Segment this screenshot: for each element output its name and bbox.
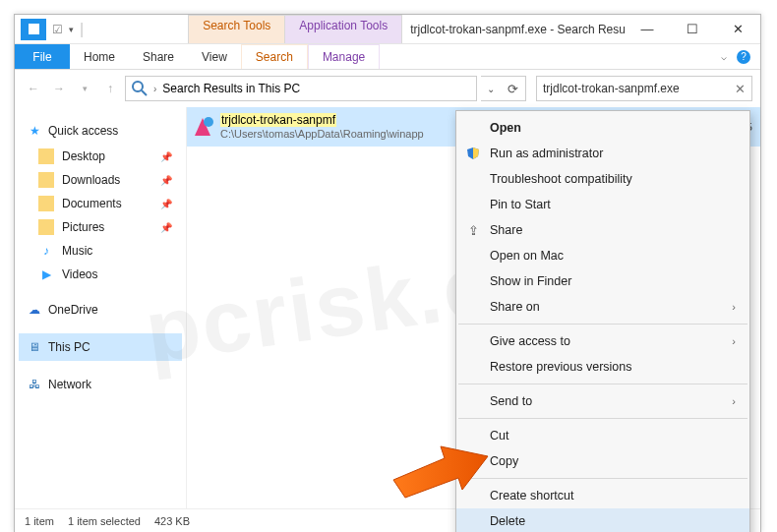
forward-button[interactable]: →	[48, 78, 70, 99]
separator	[458, 418, 747, 419]
sidebar-item-label: Videos	[62, 267, 97, 281]
sidebar-item-downloads[interactable]: Downloads📌	[19, 168, 182, 192]
ctx-share-on[interactable]: Share on›	[456, 294, 749, 320]
up-button[interactable]: ↑	[99, 78, 121, 99]
status-item-count: 1 item	[25, 515, 54, 527]
contextual-tab-search-tools[interactable]: Search Tools	[188, 15, 285, 43]
close-button[interactable]: ✕	[715, 15, 760, 43]
ctx-give-access-to[interactable]: Give access to›	[456, 328, 749, 354]
status-selected: 1 item selected	[68, 515, 141, 527]
file-type-icon	[187, 114, 220, 140]
folder-icon	[38, 172, 54, 188]
file-tab[interactable]: File	[15, 44, 70, 69]
ctx-run-as-administrator[interactable]: Run as administrator	[456, 141, 749, 166]
result-path: C:\Users\tomas\AppData\Roaming\winapp	[220, 128, 424, 142]
ctx-copy[interactable]: Copy	[456, 448, 749, 474]
sidebar-item-videos[interactable]: ▶Videos	[19, 263, 182, 286]
annotation-arrow-icon	[386, 433, 494, 502]
sidebar-item-label: This PC	[48, 340, 90, 354]
ribbon-expand-icon[interactable]: ⌵	[721, 51, 727, 62]
star-icon: ★	[27, 123, 42, 139]
ctx-restore-previous-versions[interactable]: Restore previous versions	[456, 354, 749, 380]
share-icon: ⇪	[464, 223, 482, 238]
separator	[458, 478, 747, 479]
recent-locations-button[interactable]: ▾	[74, 78, 95, 99]
ctx-share[interactable]: ⇪Share	[456, 217, 749, 243]
qat-divider: |	[80, 21, 84, 38]
context-menu: Open Run as administrator Troubleshoot c…	[455, 110, 750, 532]
chevron-right-icon: ›	[732, 301, 736, 313]
sidebar-network[interactable]: 🖧Network	[19, 371, 182, 398]
view-tab[interactable]: View	[188, 44, 241, 69]
sidebar-item-label: Downloads	[62, 173, 120, 187]
sidebar-item-desktop[interactable]: Desktop📌	[19, 145, 182, 168]
chevron-right-icon: ›	[153, 84, 156, 94]
ctx-cut[interactable]: Cut	[456, 423, 749, 448]
ctx-troubleshoot-compatibility[interactable]: Troubleshoot compatibility	[456, 166, 749, 192]
app-icon	[21, 19, 46, 40]
svg-marker-6	[393, 446, 488, 498]
pin-icon: 📌	[160, 222, 172, 233]
svg-line-1	[142, 90, 147, 95]
sidebar-onedrive[interactable]: ☁OneDrive	[19, 296, 182, 324]
ctx-show-in-finder[interactable]: Show in Finder	[456, 268, 749, 294]
home-tab[interactable]: Home	[70, 44, 129, 69]
shield-icon	[464, 147, 482, 160]
svg-marker-5	[473, 148, 479, 159]
sidebar-item-label: Network	[48, 378, 91, 391]
video-icon: ▶	[38, 266, 54, 282]
sidebar-item-label: Music	[62, 244, 92, 258]
chevron-right-icon: ›	[732, 395, 736, 407]
sidebar-item-label: Documents	[62, 197, 122, 210]
ctx-delete[interactable]: Delete	[456, 508, 749, 532]
pc-icon: 🖥	[27, 339, 42, 355]
share-tab[interactable]: Share	[129, 44, 188, 69]
refresh-button[interactable]: ⟳	[501, 76, 526, 101]
address-dropdown-button[interactable]: ⌄	[481, 76, 501, 101]
sidebar-item-music[interactable]: ♪Music	[19, 239, 182, 263]
ctx-open[interactable]: Open	[456, 115, 749, 141]
quick-access-label: Quick access	[48, 124, 118, 138]
ctx-open-on-mac[interactable]: Open on Mac	[456, 243, 749, 268]
music-icon: ♪	[38, 243, 54, 259]
navigation-pane: ★Quick access Desktop📌 Downloads📌 Docume…	[15, 107, 187, 508]
address-bar[interactable]: › Search Results in This PC	[125, 76, 477, 101]
separator	[458, 384, 747, 384]
result-filename: trjdlcot-trokan-sanpmf	[220, 113, 336, 127]
contextual-tab-application-tools[interactable]: Application Tools	[284, 15, 402, 43]
folder-icon	[38, 219, 54, 235]
quick-access-group[interactable]: ★Quick access	[19, 117, 182, 145]
qat-dropdown-icon[interactable]: ▾	[69, 25, 74, 34]
breadcrumb-text[interactable]: Search Results in This PC	[162, 82, 300, 95]
pin-icon: 📌	[160, 175, 172, 186]
search-input[interactable]: trjdlcot-trokan-sanpmf.exe ✕	[536, 76, 752, 101]
sidebar-this-pc[interactable]: 🖥This PC	[19, 333, 182, 361]
chevron-right-icon: ›	[732, 335, 736, 347]
maximize-button[interactable]: ☐	[670, 15, 715, 43]
help-icon[interactable]: ?	[737, 50, 750, 64]
search-value: trjdlcot-trokan-sanpmf.exe	[543, 82, 680, 95]
ctx-pin-to-start[interactable]: Pin to Start	[456, 192, 749, 217]
minimize-button[interactable]: —	[625, 15, 670, 43]
sidebar-item-documents[interactable]: Documents📌	[19, 192, 182, 215]
network-icon: 🖧	[27, 377, 42, 392]
back-button[interactable]: ←	[23, 78, 44, 99]
search-tab[interactable]: Search	[241, 44, 308, 69]
sidebar-item-pictures[interactable]: Pictures📌	[19, 215, 182, 239]
location-icon	[132, 81, 148, 96]
manage-tab[interactable]: Manage	[308, 44, 380, 69]
pin-icon: 📌	[160, 151, 172, 162]
svg-point-3	[204, 117, 213, 127]
ctx-create-shortcut[interactable]: Create shortcut	[456, 483, 749, 508]
sidebar-item-label: Desktop	[62, 149, 105, 163]
folder-icon	[38, 196, 54, 211]
svg-point-0	[133, 82, 143, 91]
cloud-icon: ☁	[27, 302, 42, 318]
folder-icon	[38, 148, 54, 164]
sidebar-item-label: OneDrive	[48, 303, 98, 317]
status-size: 423 KB	[154, 515, 190, 527]
qat-toggle-icon[interactable]: ☑	[52, 23, 63, 36]
clear-search-icon[interactable]: ✕	[735, 82, 746, 96]
separator	[458, 324, 747, 325]
ctx-send-to[interactable]: Send to›	[456, 388, 749, 414]
